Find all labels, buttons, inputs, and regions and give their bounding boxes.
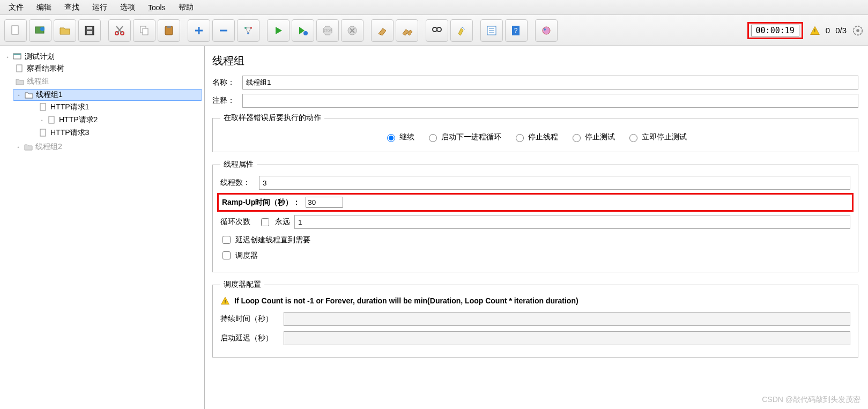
warning-icon: ! — [220, 296, 230, 306]
name-input[interactable] — [242, 76, 858, 90]
thread-count: 0/3 — [835, 26, 847, 35]
tree-tg1[interactable]: 线程组1 — [36, 90, 63, 100]
on-error-fieldset: 在取样器错误后要执行的动作 继续 启动下一进程循环 停止线程 停止测试 立即停止… — [212, 113, 858, 152]
duration-label: 持续时间（秒） — [220, 314, 284, 324]
stop-button[interactable]: STOP — [316, 19, 339, 42]
editor-panel: 线程组 名称： 注释： 在取样器错误后要执行的动作 继续 启动下一进程循环 停止… — [205, 46, 868, 409]
svg-text:!: ! — [814, 28, 815, 34]
radio-stop-thread[interactable]: 停止线程 — [513, 132, 558, 142]
threads-label: 线程数： — [220, 178, 259, 188]
function-helper-button[interactable] — [480, 19, 503, 42]
testplan-icon — [13, 52, 23, 62]
help-button[interactable]: ? — [505, 19, 528, 42]
scheduler-fieldset: 调度器配置 ! If Loop Count is not -1 or Forev… — [212, 280, 858, 358]
tree-http3[interactable]: HTTP请求3 — [50, 128, 89, 138]
svg-rect-9 — [143, 28, 148, 35]
comment-input[interactable] — [242, 94, 858, 108]
file-icon — [39, 128, 48, 138]
radio-next-loop[interactable]: 启动下一进程循环 — [426, 132, 501, 142]
rampup-label: Ramp-Up时间（秒）： — [222, 198, 306, 207]
shutdown-button[interactable] — [341, 19, 363, 42]
reset-search-button[interactable] — [450, 19, 473, 42]
svg-text:STOP: STOP — [323, 29, 332, 32]
warning-icon: ! — [810, 25, 820, 36]
file-icon — [39, 102, 48, 112]
menu-bar: 文件 编辑 查找 运行 选项 Tools 帮助 — [0, 0, 868, 15]
tree-view-results[interactable]: 察看结果树 — [27, 64, 64, 73]
svg-rect-11 — [167, 26, 171, 28]
toggle-button[interactable] — [237, 19, 259, 42]
rampup-input[interactable] — [306, 197, 343, 208]
menu-tools[interactable]: Tools — [143, 2, 171, 13]
startup-delay-label: 启动延迟（秒） — [220, 333, 284, 343]
svg-rect-5 — [87, 31, 92, 34]
menu-search[interactable]: 查找 — [59, 2, 85, 13]
comment-label: 注释： — [212, 96, 242, 106]
watermark: CSDN @敲代码敲到头发茂密 — [762, 395, 860, 405]
svg-text:?: ? — [514, 27, 518, 34]
scheduler-checkbox[interactable] — [222, 251, 231, 259]
start-no-pause-button[interactable] — [292, 19, 314, 42]
warning-count: 0 — [826, 26, 830, 35]
threads-input[interactable] — [259, 176, 850, 190]
svg-point-23 — [543, 27, 550, 34]
toggle-icon[interactable]: ◦ — [4, 54, 11, 60]
radio-continue[interactable]: 继续 — [384, 132, 414, 142]
menu-run[interactable]: 运行 — [87, 2, 113, 13]
folder-icon — [24, 90, 34, 100]
startup-delay-input[interactable] — [284, 331, 850, 345]
svg-rect-31 — [40, 103, 46, 110]
collapse-button[interactable] — [212, 19, 235, 42]
search-button[interactable] — [426, 19, 448, 42]
menu-options[interactable]: 选项 — [115, 2, 140, 13]
file-icon — [47, 115, 57, 125]
rampup-highlight: Ramp-Up时间（秒）： — [217, 193, 854, 212]
tree-tg2[interactable]: 线程组2 — [35, 142, 62, 152]
tree-http1[interactable]: HTTP请求1 — [50, 102, 89, 112]
delay-create-checkbox[interactable] — [222, 236, 231, 244]
toggle-icon[interactable]: ◦ — [39, 117, 45, 123]
new-button[interactable] — [4, 19, 27, 42]
templates-icon-button[interactable] — [535, 19, 558, 42]
menu-help[interactable]: 帮助 — [173, 2, 199, 13]
toolbar: STOP ? 00:00:19 ! 0 0/3 — [0, 15, 868, 46]
radio-stop-test[interactable]: 停止测试 — [570, 132, 615, 142]
svg-text:!: ! — [225, 299, 226, 304]
paste-button[interactable] — [158, 19, 180, 42]
tree-testplan[interactable]: 测试计划 — [25, 52, 55, 62]
start-button[interactable] — [267, 19, 290, 42]
folder-icon — [24, 142, 33, 152]
expand-button[interactable] — [188, 19, 210, 42]
menu-file[interactable]: 文件 — [3, 2, 29, 13]
delay-create-label: 延迟创建线程直到需要 — [235, 235, 310, 245]
clear-all-button[interactable] — [396, 19, 418, 42]
tree-panel: ◦测试计划 察看结果树 线程组 ◦线程组1 HTTP请求1 ◦HTTP请求2 H… — [0, 46, 205, 409]
tree-http2[interactable]: HTTP请求2 — [59, 115, 98, 125]
forever-checkbox[interactable] — [261, 218, 269, 226]
save-button[interactable] — [78, 19, 101, 42]
thread-props-fieldset: 线程属性 线程数： Ramp-Up时间（秒）： 循环次数 永远 延迟创建线程直到… — [212, 160, 858, 272]
file-icon — [15, 64, 25, 73]
copy-button[interactable] — [133, 19, 155, 42]
clear-button[interactable] — [371, 19, 394, 42]
elapsed-time-highlight: 00:00:19 — [747, 22, 803, 39]
toggle-icon[interactable]: ◦ — [15, 144, 21, 150]
toggle-icon[interactable]: ◦ — [16, 92, 22, 98]
svg-rect-30 — [17, 65, 22, 72]
templates-button[interactable] — [29, 19, 51, 42]
radio-stop-now[interactable]: 立即停止测试 — [627, 132, 687, 142]
elapsed-time: 00:00:19 — [751, 25, 799, 36]
open-button[interactable] — [54, 19, 76, 42]
panel-title: 线程组 — [212, 54, 858, 68]
cut-button[interactable] — [108, 19, 131, 42]
svg-point-18 — [433, 27, 437, 32]
thread-props-legend: 线程属性 — [220, 160, 257, 169]
duration-input[interactable] — [284, 312, 850, 326]
menu-edit[interactable]: 编辑 — [31, 2, 57, 13]
svg-point-27 — [856, 29, 859, 32]
tree-tg0[interactable]: 线程组 — [27, 77, 49, 86]
loop-input[interactable] — [294, 215, 850, 229]
svg-rect-0 — [12, 26, 18, 34]
forever-label: 永远 — [271, 217, 294, 227]
status-icon[interactable] — [852, 25, 864, 36]
